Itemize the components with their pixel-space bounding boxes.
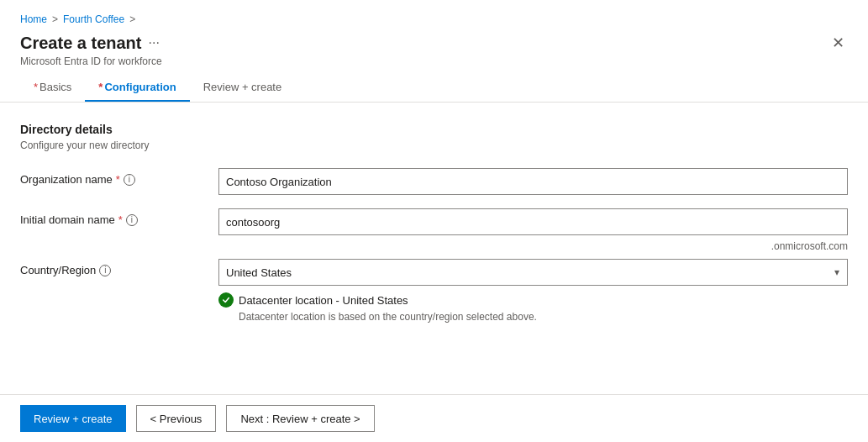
next-button[interactable]: Next : Review + create >: [226, 405, 374, 432]
org-name-info-icon[interactable]: i: [124, 174, 135, 186]
org-required-star: *: [116, 173, 120, 186]
title-left: Create a tenant ···: [20, 34, 160, 53]
previous-button[interactable]: < Previous: [136, 405, 217, 432]
domain-wrapper: .onmicrosoft.com: [218, 208, 848, 235]
breadcrumb-sep1: >: [52, 13, 58, 25]
country-select-wrapper: United StatesUnited KingdomCanadaAustral…: [218, 259, 848, 286]
tab-configuration[interactable]: *Configuration: [85, 74, 189, 102]
tabs-container: *Basics *Configuration Review + create: [20, 74, 848, 102]
domain-name-control: .onmicrosoft.com: [218, 208, 848, 235]
country-info-icon[interactable]: i: [99, 265, 111, 276]
datacenter-info: Datacenter location - United States Data…: [218, 292, 848, 323]
country-select[interactable]: United StatesUnited KingdomCanadaAustral…: [218, 259, 848, 286]
domain-name-info-icon[interactable]: i: [126, 214, 138, 226]
org-name-label: Organization name * i: [20, 168, 205, 186]
more-options-icon[interactable]: ···: [149, 35, 160, 50]
modal-subtitle: Microsoft Entra ID for workforce: [20, 55, 848, 67]
org-name-input[interactable]: [218, 168, 848, 195]
page-title: Create a tenant: [20, 34, 142, 53]
review-create-button[interactable]: Review + create: [20, 405, 126, 432]
datacenter-note: Datacenter location is based on the coun…: [239, 311, 848, 323]
org-name-row: Organization name * i: [20, 168, 848, 195]
breadcrumb: Home > Fourth Coffee >: [20, 13, 848, 25]
breadcrumb-sep2: >: [129, 13, 135, 25]
country-label: Country/Region i: [20, 259, 205, 276]
domain-name-label: Initial domain name * i: [20, 208, 205, 226]
breadcrumb-tenant[interactable]: Fourth Coffee: [63, 13, 124, 25]
close-button[interactable]: ✕: [829, 32, 848, 54]
tab-review-create[interactable]: Review + create: [190, 74, 296, 102]
modal-header: Home > Fourth Coffee > Create a tenant ·…: [0, 0, 868, 103]
create-tenant-modal: Home > Fourth Coffee > Create a tenant ·…: [0, 0, 868, 442]
tab-basics[interactable]: *Basics: [20, 74, 85, 102]
title-row: Create a tenant ··· ✕: [20, 32, 848, 54]
country-row: Country/Region i United StatesUnited Kin…: [20, 259, 848, 323]
breadcrumb-home[interactable]: Home: [20, 13, 47, 25]
domain-required-star: *: [118, 213, 123, 226]
datacenter-check-icon: [218, 292, 234, 308]
datacenter-location: Datacenter location - United States: [218, 292, 848, 308]
datacenter-location-text: Datacenter location - United States: [239, 294, 408, 307]
domain-name-input[interactable]: [218, 208, 848, 235]
modal-footer: Review + create < Previous Next : Review…: [0, 394, 868, 442]
country-control: United StatesUnited KingdomCanadaAustral…: [218, 259, 848, 323]
section-subtitle: Configure your new directory: [20, 139, 848, 151]
org-name-control: [218, 168, 848, 195]
modal-body: Directory details Configure your new dir…: [0, 103, 868, 394]
domain-name-row: Initial domain name * i .onmicrosoft.com: [20, 208, 848, 235]
section-title: Directory details: [20, 123, 848, 136]
domain-suffix: .onmicrosoft.com: [771, 240, 848, 252]
